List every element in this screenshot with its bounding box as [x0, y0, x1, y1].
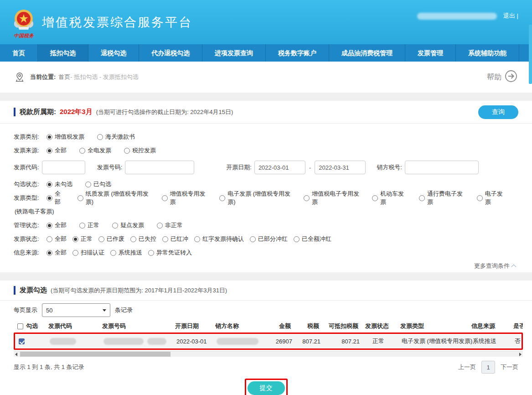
- radio-option[interactable]: 全部: [46, 235, 67, 243]
- radio-icon[interactable]: [98, 236, 104, 242]
- scroll-right-icon[interactable]: [519, 353, 522, 356]
- radio-icon[interactable]: [46, 236, 52, 242]
- radio-option[interactable]: 正常: [72, 235, 93, 243]
- radio-icon[interactable]: [46, 223, 52, 229]
- radio-option[interactable]: 增值税专用发票: [162, 190, 207, 206]
- radio-icon[interactable]: [72, 250, 78, 256]
- date-from-input[interactable]: [254, 161, 305, 174]
- nav-tab-代办退税勾选[interactable]: 代办退税勾选: [139, 44, 202, 62]
- nav-tab-税务数字账户[interactable]: 税务数字账户: [266, 44, 329, 62]
- radio-icon[interactable]: [124, 148, 130, 154]
- radio-option[interactable]: 电子发票 (增值税专用发票): [219, 190, 291, 206]
- help-button[interactable]: 帮助: [487, 70, 517, 84]
- radio-option[interactable]: 机动车发票: [372, 190, 406, 206]
- help-label[interactable]: 帮助: [487, 73, 501, 82]
- radio-icon[interactable]: [112, 223, 118, 229]
- radio-option[interactable]: 纸质发票 (增值税专用发票): [77, 190, 149, 206]
- nav-tab-进项发票查询[interactable]: 进项发票查询: [202, 44, 266, 62]
- logout-link[interactable]: 退出 |: [503, 12, 518, 20]
- radio-icon[interactable]: [85, 182, 91, 187]
- radio-option[interactable]: 疑点发票: [112, 221, 144, 229]
- radio-icon[interactable]: [97, 134, 103, 140]
- radio-icon[interactable]: [79, 223, 85, 229]
- next-page-button[interactable]: 下一页: [501, 363, 518, 371]
- chevron-up-icon[interactable]: [511, 264, 516, 269]
- scrollbar-thumb[interactable]: [20, 352, 170, 357]
- vertical-scrollbar[interactable]: [529, 0, 532, 395]
- radio-icon[interactable]: [130, 236, 136, 242]
- date-to-input[interactable]: [315, 161, 366, 174]
- radio-icon[interactable]: [294, 236, 300, 242]
- radio-option[interactable]: 已红冲: [162, 235, 188, 243]
- radio-icon[interactable]: [46, 182, 52, 187]
- radio-option[interactable]: 已全额冲红: [294, 235, 331, 243]
- nav-tab-成品油消费税管理[interactable]: 成品油消费税管理: [329, 44, 405, 62]
- invoice-code-input[interactable]: [42, 161, 85, 174]
- radio-icon[interactable]: [162, 236, 168, 242]
- nav-tab-系统辅助功能[interactable]: 系统辅助功能: [456, 44, 519, 62]
- radio-icon[interactable]: [46, 250, 52, 256]
- radio-option[interactable]: 未勾选: [46, 180, 72, 188]
- radio-icon[interactable]: [46, 134, 52, 140]
- radio-icon[interactable]: [79, 148, 85, 154]
- radio-icon[interactable]: [304, 195, 310, 201]
- page-size-select[interactable]: 50: [42, 303, 110, 317]
- radio-option[interactable]: 红字发票待确认: [194, 235, 244, 243]
- radio-icon[interactable]: [219, 195, 225, 201]
- radio-icon[interactable]: [157, 223, 163, 229]
- table-row[interactable]: 2022-03-0126907807.21807.21正常电子发票 (增值税专用…: [15, 334, 523, 348]
- radio-option[interactable]: 增值税发票: [46, 133, 84, 141]
- radio-icon[interactable]: [46, 195, 52, 201]
- scroll-left-icon[interactable]: [15, 353, 17, 356]
- radio-icon[interactable]: [250, 236, 256, 242]
- radio-icon[interactable]: [46, 148, 52, 154]
- radio-option[interactable]: 已失控: [130, 235, 156, 243]
- nav-tab-抵扣勾选[interactable]: 抵扣勾选: [38, 44, 88, 62]
- current-page-button[interactable]: 1: [481, 361, 495, 374]
- nav-tab-发票管理[interactable]: 发票管理: [405, 44, 456, 62]
- radio-icon[interactable]: [477, 195, 483, 201]
- more-conditions-label[interactable]: 更多查询条件: [474, 262, 510, 270]
- nav-tab-退税勾选[interactable]: 退税勾选: [88, 44, 139, 62]
- radio-option[interactable]: 扫描认证: [72, 249, 104, 257]
- radio-icon[interactable]: [194, 236, 200, 242]
- breadcrumb-home[interactable]: 首页: [58, 73, 70, 81]
- seller-tax-input[interactable]: [405, 161, 479, 174]
- radio-option[interactable]: 全部: [46, 146, 67, 155]
- radio-icon[interactable]: [148, 250, 154, 256]
- radio-icon[interactable]: [72, 236, 78, 242]
- nav-tab-首页[interactable]: 首页: [0, 44, 38, 62]
- radio-option[interactable]: 已作废: [98, 235, 124, 243]
- prev-page-button[interactable]: 上一页: [458, 363, 476, 371]
- radio-option[interactable]: 电子发票: [477, 190, 506, 206]
- radio-option[interactable]: 税控发票: [124, 146, 156, 155]
- page: 中国税务 增值税发票综合服务平台 退出 | 首页抵扣勾选退税勾选代办退税勾选进项…: [0, 0, 532, 395]
- query-button[interactable]: 查询: [478, 105, 518, 119]
- radio-option[interactable]: 全电发票: [79, 146, 111, 155]
- circle-arrow-right-icon[interactable]: [505, 70, 517, 84]
- submit-button[interactable]: 提交: [248, 381, 285, 395]
- radio-option[interactable]: 增值税电子专用发票: [304, 190, 359, 206]
- radio-option[interactable]: 异常凭证转入: [148, 249, 192, 257]
- radio-option[interactable]: 全部: [46, 190, 65, 206]
- radio-option[interactable]: 通行费电子发票: [419, 190, 464, 206]
- horizontal-scrollbar[interactable]: [14, 351, 523, 357]
- select-all-checkbox[interactable]: [17, 323, 23, 329]
- radio-option[interactable]: 全部: [46, 221, 67, 229]
- radio-icon[interactable]: [372, 195, 378, 201]
- radio-icon[interactable]: [110, 250, 116, 256]
- radio-option[interactable]: 全部: [46, 249, 67, 257]
- radio-icon[interactable]: [77, 195, 83, 201]
- radio-icon[interactable]: [162, 195, 168, 201]
- radio-icon[interactable]: [419, 195, 425, 201]
- more-conditions[interactable]: 更多查询条件: [14, 260, 518, 272]
- row-checkbox[interactable]: [19, 338, 25, 344]
- radio-option[interactable]: 海关缴款书: [97, 133, 135, 141]
- invoice-number-input[interactable]: [125, 161, 194, 174]
- radio-option[interactable]: 非正常: [157, 221, 183, 229]
- radio-option[interactable]: 已勾选: [85, 180, 111, 188]
- scrollbar-thumb[interactable]: [529, 25, 532, 84]
- radio-option[interactable]: 正常: [79, 221, 99, 229]
- radio-option[interactable]: 系统推送: [110, 249, 142, 257]
- radio-option[interactable]: 已部分冲红: [250, 235, 288, 243]
